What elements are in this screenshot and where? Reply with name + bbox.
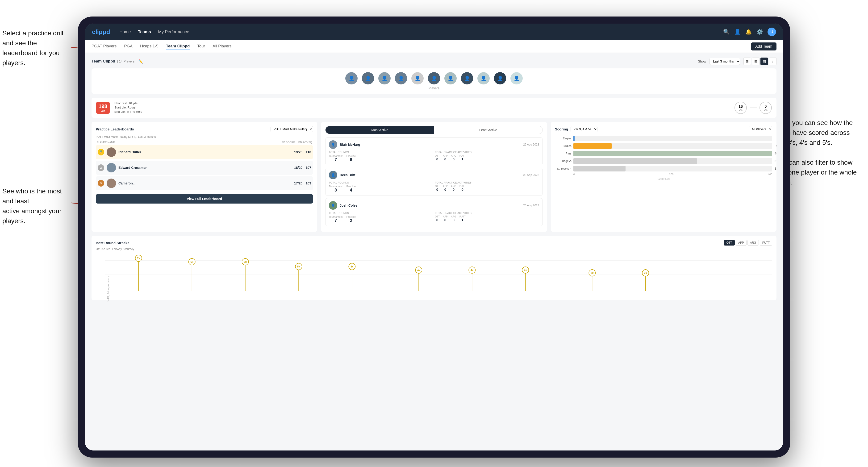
shot-details: Shot Dist: 16 yds Start Lie: Rough End L… bbox=[115, 101, 142, 114]
bell-icon[interactable]: 🔔 bbox=[745, 29, 752, 35]
edit-icon[interactable]: ✏️ bbox=[138, 59, 143, 64]
streaks-header: Best Round Streaks OTT APP ARG PUTT bbox=[96, 240, 772, 246]
player-avatar-6[interactable]: 👤 bbox=[428, 72, 440, 85]
tab-pga[interactable]: PGA bbox=[124, 43, 132, 50]
player-avatar-10[interactable]: 👤 bbox=[494, 72, 506, 85]
add-team-button[interactable]: Add Team bbox=[751, 42, 776, 51]
bar-row-dbogeys: D. Bogeys + 131 bbox=[555, 166, 772, 172]
filter-ott[interactable]: OTT bbox=[724, 240, 735, 246]
bar-fill-birdies bbox=[574, 143, 612, 149]
putt-stat-1: PUTT 1 bbox=[460, 154, 466, 161]
apr-name-1: Blair McHarg bbox=[340, 143, 523, 147]
settings-icon[interactable]: ⚙️ bbox=[756, 29, 763, 35]
scoring-title: Scoring bbox=[555, 127, 568, 131]
tab-hcaps[interactable]: Hcaps 1-5 bbox=[140, 43, 158, 50]
bar-row-bogeys: Bogeys 311 bbox=[555, 158, 772, 164]
shot-circle-2: 0 yds bbox=[760, 102, 772, 114]
lb-avatar-2 bbox=[106, 163, 116, 173]
player-avatar-4[interactable]: 👤 bbox=[395, 72, 407, 85]
nav-icons: 🔍 👤 🔔 ⚙️ U bbox=[723, 28, 776, 36]
navbar: clippd Home Teams My Performance 🔍 👤 🔔 ⚙… bbox=[85, 24, 783, 40]
bar-container-pars: 499 bbox=[574, 151, 772, 156]
view-detail-btn[interactable]: ▤ bbox=[761, 58, 768, 65]
scoring-card: Scoring Par 3, 4 & 5s Par 3s Par 4s Par … bbox=[551, 122, 776, 232]
player-avatar-9[interactable]: 👤 bbox=[477, 72, 490, 85]
apr-stats-3: Total Rounds Tournament 7 Practice 2 bbox=[329, 212, 539, 223]
player-avatar-3[interactable]: 👤 bbox=[378, 72, 391, 85]
streak-chart-svg: 7x 6x 6x 5x 5x bbox=[105, 253, 772, 296]
tournament-stat-1: Tournament 7 bbox=[329, 154, 342, 162]
nav-logo: clippd bbox=[92, 28, 110, 36]
filter-app[interactable]: APP bbox=[736, 240, 747, 246]
bar-container-bogeys: 311 bbox=[574, 158, 772, 164]
tablet-screen: clippd Home Teams My Performance 🔍 👤 🔔 ⚙… bbox=[85, 24, 783, 450]
tab-all-players[interactable]: All Players bbox=[213, 43, 231, 50]
lb-row-2[interactable]: 2 Edward Crossman 18/20 107 bbox=[96, 161, 313, 175]
streak-label-4: 5x bbox=[297, 265, 300, 268]
tab-team-clippd[interactable]: Team Clippd bbox=[166, 43, 190, 50]
least-active-toggle[interactable]: Least Active bbox=[434, 126, 542, 134]
streaks-title: Best Round Streaks bbox=[96, 241, 129, 245]
players-label: Players bbox=[429, 86, 440, 90]
main-content: Team Clippd | 14 Players ✏️ Show Last 3 … bbox=[85, 53, 783, 450]
drill-select[interactable]: PUTT Must Make Putting... bbox=[271, 126, 313, 132]
apr-stats-1: Total Rounds Tournament 7 Practice 6 bbox=[329, 151, 539, 162]
shot-start-lie: Start Lie: Rough bbox=[115, 106, 142, 109]
tab-pgat-players[interactable]: PGAT Players bbox=[92, 43, 117, 50]
lb-avatar-3 bbox=[106, 179, 116, 188]
player-avatar-2[interactable]: 👤 bbox=[362, 72, 374, 85]
apr-avatar-3: 👤 bbox=[329, 201, 337, 210]
scoring-player-filter[interactable]: All Players bbox=[749, 126, 772, 132]
most-active-toggle[interactable]: Most Active bbox=[326, 126, 434, 134]
bar-container-dbogeys: 131 bbox=[574, 166, 772, 172]
bar-value-pars: 499 bbox=[775, 152, 776, 155]
bar-fill-dbogeys bbox=[574, 166, 625, 172]
lb-row-1[interactable]: 🥇 Richard Butler 19/20 110 bbox=[96, 145, 313, 159]
leaderboard-card-title: Practice Leaderboards bbox=[96, 127, 134, 131]
nav-link-performance[interactable]: My Performance bbox=[158, 28, 189, 36]
player-avatar-5[interactable]: 👤 bbox=[411, 72, 424, 85]
user-avatar[interactable]: U bbox=[768, 28, 776, 36]
apr-name-3: Josh Coles bbox=[340, 204, 523, 207]
streaks-subtitle: Off The Tee, Fairway Accuracy bbox=[96, 247, 772, 251]
scoring-card-header: Scoring Par 3, 4 & 5s Par 3s Par 4s Par … bbox=[555, 126, 772, 132]
bar-container-birdies: 96 bbox=[574, 143, 772, 149]
apr-header-1: 👤 Blair McHarg 26 Aug 2023 bbox=[329, 140, 539, 149]
person-icon[interactable]: 👤 bbox=[734, 29, 741, 35]
bar-x-axis: 0 200 400 bbox=[555, 173, 772, 176]
three-col-grid: Practice Leaderboards PUTT Must Make Put… bbox=[92, 122, 776, 232]
lb-score-3: 17/20 bbox=[294, 181, 302, 185]
streak-label-9: 3x bbox=[591, 272, 594, 274]
app-stat-1: APP 0 bbox=[443, 154, 448, 161]
view-leaderboard-button[interactable]: View Full Leaderboard bbox=[96, 194, 313, 204]
period-select[interactable]: Last 3 months Last month Last 6 months L… bbox=[710, 58, 740, 65]
filter-putt[interactable]: PUTT bbox=[760, 240, 772, 246]
bar-label-eagles: Eagles bbox=[555, 137, 571, 140]
streak-label-7: 4x bbox=[470, 269, 474, 272]
nav-link-teams[interactable]: Teams bbox=[138, 28, 151, 36]
scoring-par-filter[interactable]: Par 3, 4 & 5s Par 3s Par 4s Par 5s bbox=[570, 126, 597, 132]
lb-avg-2: 107 bbox=[306, 166, 311, 169]
ott-stat-1: OTT 0 bbox=[435, 154, 440, 161]
view-sort-btn[interactable]: ↕ bbox=[769, 58, 776, 65]
lb-score-2: 18/20 bbox=[294, 166, 302, 169]
view-grid-btn[interactable]: ⊞ bbox=[743, 58, 751, 65]
player-avatar-1[interactable]: 👤 bbox=[345, 72, 358, 85]
tab-tour[interactable]: Tour bbox=[197, 43, 205, 50]
player-avatar-7[interactable]: 👤 bbox=[444, 72, 457, 85]
annotation-bottom-left: See who is the most and leastactive amon… bbox=[2, 186, 71, 226]
view-list-btn[interactable]: ⊟ bbox=[752, 58, 760, 65]
filter-arg[interactable]: ARG bbox=[747, 240, 759, 246]
apr-stats-2: Total Rounds Tournament 8 Practice 4 bbox=[329, 181, 539, 193]
rank-badge-2: 2 bbox=[98, 164, 104, 171]
shot-dist-label: Shot Dist: 16 yds bbox=[115, 101, 142, 105]
nav-link-home[interactable]: Home bbox=[120, 28, 131, 36]
player-avatar-11[interactable]: 👤 bbox=[510, 72, 523, 85]
lb-row-3[interactable]: 3 Cameron... 17/20 103 bbox=[96, 176, 313, 190]
practice-activities-group-1: Total Practice Activities OTT 0 APP 0 bbox=[435, 151, 539, 162]
search-icon[interactable]: 🔍 bbox=[723, 29, 730, 35]
player-avatar-8[interactable]: 👤 bbox=[461, 72, 473, 85]
active-player-row-1: 👤 Blair McHarg 26 Aug 2023 Total Rounds … bbox=[325, 137, 542, 165]
apr-header-3: 👤 Josh Coles 26 Aug 2023 bbox=[329, 201, 539, 210]
bar-label-bogeys: Bogeys bbox=[555, 159, 571, 163]
